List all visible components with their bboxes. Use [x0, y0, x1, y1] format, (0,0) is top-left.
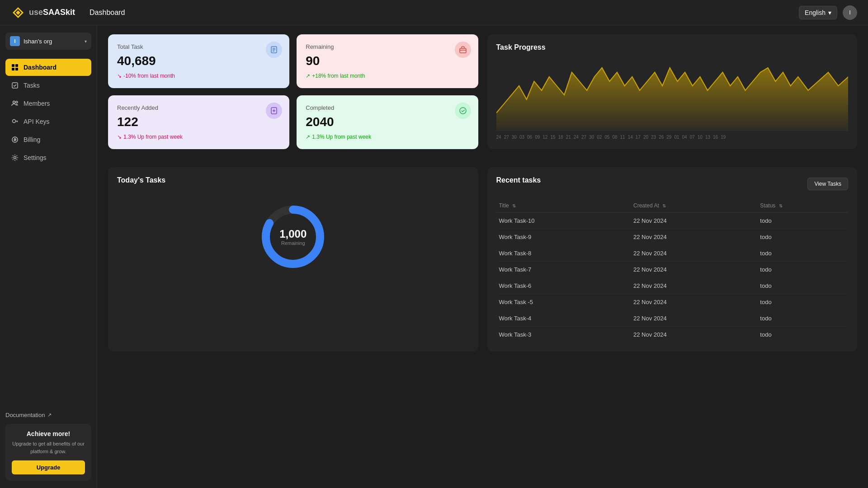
sidebar-item-dashboard[interactable]: Dashboard: [5, 59, 91, 76]
main-content: Total Task 40,689 ↘ -10% from last month: [97, 25, 868, 488]
language-label: English: [805, 9, 826, 16]
stat-change-total-task: ↘ -10% from last month: [117, 73, 280, 79]
top-nav: useSAASkit Dashboard English ▾ I: [0, 0, 868, 25]
cell-status: todo: [757, 245, 848, 262]
sidebar-bottom: Documentation ↗ Achieve more! Upgrade to…: [5, 412, 91, 481]
table-row: Work Task-4 22 Nov 2024 todo: [496, 310, 849, 327]
sort-icon-created[interactable]: ⇅: [662, 203, 666, 208]
org-selector[interactable]: I Ishan's org ▾: [5, 33, 91, 50]
stat-value-remaining: 90: [306, 54, 469, 68]
key-icon: [11, 117, 19, 126]
check-icon: [11, 81, 19, 89]
col-status: Status ⇅: [757, 199, 848, 213]
svg-rect-5: [12, 68, 14, 70]
sidebar-item-settings[interactable]: Settings: [5, 149, 91, 166]
svg-rect-6: [15, 68, 18, 70]
chart-x-labels: 2427300306091215182124273002050811141720…: [496, 135, 849, 140]
cell-status: todo: [757, 310, 848, 327]
page-title: Dashboard: [90, 9, 125, 17]
cell-title: Work Task-6: [496, 278, 631, 294]
sidebar-item-tasks[interactable]: Tasks: [5, 77, 91, 94]
cell-title: Work Task-8: [496, 245, 631, 262]
check-circle-icon: [455, 103, 471, 119]
chevron-down-icon: ▾: [85, 39, 87, 44]
briefcase-icon: [455, 42, 471, 58]
cell-status: todo: [757, 327, 848, 343]
sidebar-item-api-keys[interactable]: API Keys: [5, 113, 91, 130]
upgrade-button[interactable]: Upgrade: [12, 460, 85, 474]
documentation-label: Documentation: [5, 412, 45, 418]
nav-left: useSAASkit Dashboard: [11, 5, 125, 20]
cell-created-at: 22 Nov 2024: [631, 262, 757, 278]
cell-created-at: 22 Nov 2024: [631, 310, 757, 327]
cell-created-at: 22 Nov 2024: [631, 327, 757, 343]
tasks-table-body: Work Task-10 22 Nov 2024 todo Work Task-…: [496, 213, 849, 343]
task-progress-section: Task Progress 24273003060: [487, 34, 858, 149]
sidebar-label-dashboard: Dashboard: [24, 64, 57, 71]
col-created-at: Created At ⇅: [631, 199, 757, 213]
cell-status: todo: [757, 294, 848, 310]
logo[interactable]: useSAASkit: [11, 5, 75, 20]
stat-change-remaining: ↗ +18% from last month: [306, 73, 469, 79]
grid-icon: [11, 63, 19, 71]
user-avatar[interactable]: I: [843, 5, 857, 20]
svg-point-10: [13, 120, 16, 123]
recent-tasks-title: Recent tasks: [496, 176, 541, 184]
language-selector[interactable]: English ▾: [799, 6, 837, 19]
task-icon: [266, 42, 282, 58]
stat-change-recently-added: ↘ 1.3% Up from past week: [117, 134, 280, 140]
stat-value-recently-added: 122: [117, 115, 280, 129]
donut-chart: 1,000 Remaining: [257, 201, 329, 273]
chart-area: [496, 59, 849, 131]
cell-created-at: 22 Nov 2024: [631, 245, 757, 262]
external-link-icon: ↗: [47, 412, 52, 418]
stat-label-remaining: Remaining: [306, 43, 469, 50]
chart-title: Task Progress: [496, 43, 849, 52]
stat-label-total-task: Total Task: [117, 43, 280, 50]
tasks-table: Title ⇅ Created At ⇅ Status ⇅: [496, 199, 849, 343]
stat-card-remaining: Remaining 90 ↗ +18% from last month: [297, 34, 478, 88]
bottom-grid: Today's Tasks 1,000 Remaining: [108, 167, 857, 352]
cell-title: Work Task -5: [496, 294, 631, 310]
upgrade-title: Achieve more!: [12, 430, 85, 437]
stat-change-completed: ↗ 1.3% Up from past week: [306, 134, 469, 140]
table-row: Work Task -5 22 Nov 2024 todo: [496, 294, 849, 310]
add-task-icon: [266, 103, 282, 119]
table-row: Work Task-8 22 Nov 2024 todo: [496, 245, 849, 262]
dollar-icon: [11, 136, 19, 144]
table-row: Work Task-6 22 Nov 2024 todo: [496, 278, 849, 294]
cell-title: Work Task-10: [496, 213, 631, 229]
cell-status: todo: [757, 229, 848, 245]
donut-wrapper: 1,000 Remaining: [117, 192, 469, 282]
org-icon: I: [10, 36, 20, 46]
sidebar-item-billing[interactable]: Billing: [5, 131, 91, 148]
cell-created-at: 22 Nov 2024: [631, 229, 757, 245]
cell-title: Work Task-4: [496, 310, 631, 327]
org-name: Ishan's org: [24, 38, 81, 45]
cell-created-at: 22 Nov 2024: [631, 294, 757, 310]
stat-label-completed: Completed: [306, 104, 469, 111]
tasks-table-header: Title ⇅ Created At ⇅ Status ⇅: [496, 199, 849, 213]
recent-tasks-section: Recent tasks View Tasks Title ⇅ Created …: [487, 167, 858, 352]
logo-saas: SAASkit: [43, 8, 75, 17]
cell-status: todo: [757, 278, 848, 294]
stat-value-completed: 2040: [306, 115, 469, 129]
cell-created-at: 22 Nov 2024: [631, 278, 757, 294]
table-row: Work Task-7 22 Nov 2024 todo: [496, 262, 849, 278]
stat-card-recently-added: Recently Added 122 ↘ 1.3% Up from past w…: [108, 95, 289, 149]
logo-use: use: [29, 8, 43, 17]
stat-value-total-task: 40,689: [117, 54, 280, 68]
documentation-link[interactable]: Documentation ↗: [5, 412, 91, 418]
sidebar: I Ishan's org ▾ Dashboard: [0, 25, 97, 488]
arrow-down-icon: ↘: [117, 73, 122, 79]
progress-chart-svg: [496, 59, 849, 131]
view-tasks-button[interactable]: View Tasks: [807, 178, 848, 190]
svg-point-12: [14, 157, 16, 159]
sort-icon-title[interactable]: ⇅: [512, 203, 516, 208]
sort-icon-status[interactable]: ⇅: [779, 203, 783, 208]
arrow-up-icon: ↗: [306, 73, 310, 79]
svg-rect-3: [12, 64, 14, 67]
cell-title: Work Task-3: [496, 327, 631, 343]
svg-point-8: [13, 101, 15, 103]
sidebar-item-members[interactable]: Members: [5, 95, 91, 112]
